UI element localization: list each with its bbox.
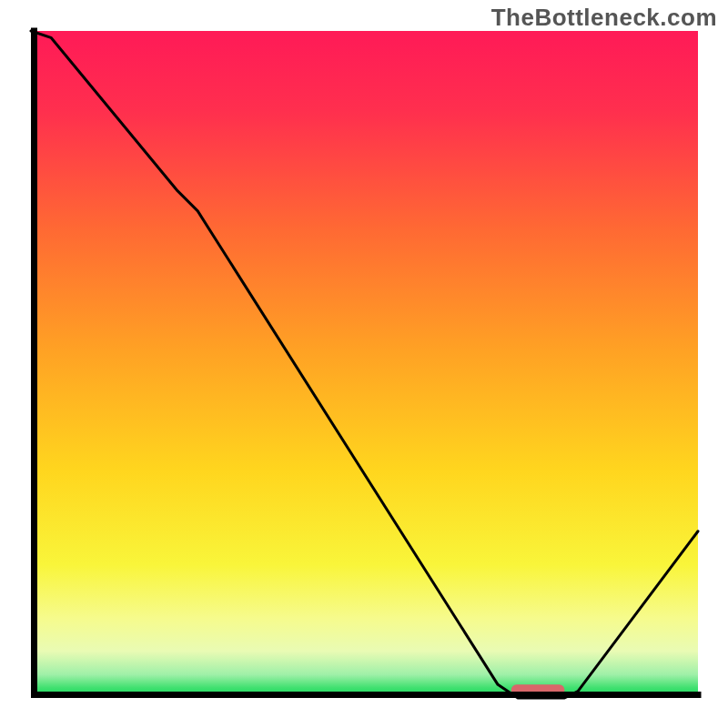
bottleneck-chart: TheBottleneck.com <box>0 0 728 728</box>
chart-svg <box>0 0 728 728</box>
plot-background <box>31 31 698 698</box>
watermark-label: TheBottleneck.com <box>491 4 717 32</box>
